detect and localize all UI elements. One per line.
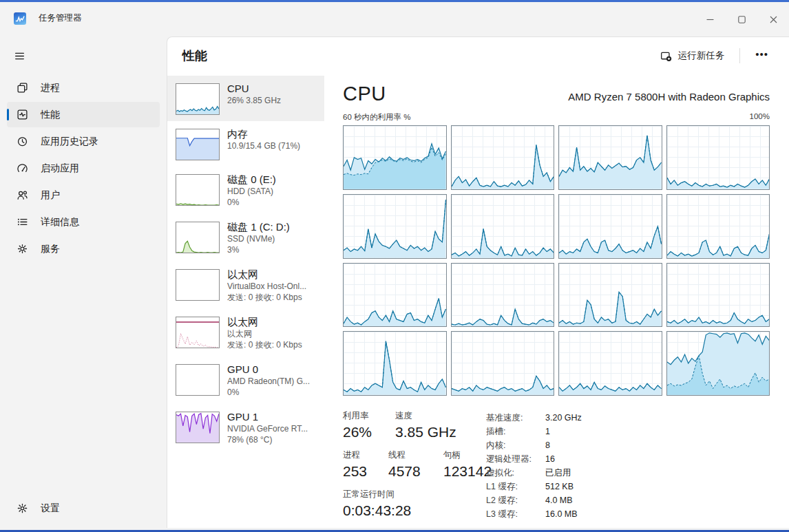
close-button[interactable] xyxy=(757,4,789,34)
perf-item-line: 10.9/15.4 GB (71%) xyxy=(227,140,300,151)
cpu-core-graph xyxy=(451,331,555,396)
gpu1-mini-chart xyxy=(176,412,220,443)
disk1-mini-chart xyxy=(176,222,220,253)
stat-label: 线程 xyxy=(388,449,434,461)
cpu-mini-chart xyxy=(176,83,220,115)
titlebar: 任务管理器 xyxy=(0,2,789,34)
cpu-core-graph xyxy=(343,331,447,396)
sidebar-item-startup-apps[interactable]: 启动应用 xyxy=(7,156,160,181)
gpu0-mini-chart xyxy=(176,364,220,396)
cpu-core-graph xyxy=(451,194,555,259)
run-new-task-button[interactable]: 运行新任务 xyxy=(652,45,733,67)
detail-value: 4.0 MB xyxy=(545,493,770,507)
app-icon xyxy=(14,12,26,25)
detail-value: 1 xyxy=(545,425,770,438)
sidebar-item-app-history[interactable]: 应用历史记录 xyxy=(7,129,160,154)
memory-mini-chart xyxy=(176,129,220,160)
perf-item-title: 以太网 xyxy=(227,268,306,281)
cpu-core-graph xyxy=(343,263,447,328)
detail-value: 3.20 GHz xyxy=(545,411,770,425)
sidebar-item-label: 设置 xyxy=(41,502,60,515)
perf-item-disk0[interactable]: 磁盘 0 (E:) HDD (SATA) 0% xyxy=(167,167,324,214)
perf-item-disk1[interactable]: 磁盘 1 (C: D:) SSD (NVMe) 3% xyxy=(167,214,324,262)
perf-item-cpu[interactable]: CPU 26% 3.85 GHz xyxy=(167,76,324,121)
cpu-speed-value: 3.85 GHz xyxy=(395,424,456,440)
detail-label: L2 缓存: xyxy=(486,493,545,507)
ethernet1-mini-chart xyxy=(176,269,220,301)
perf-item-gpu1[interactable]: GPU 1 NVIDIA GeForce RT... 78% (68 °C) xyxy=(167,404,324,451)
perf-item-line: SSD (NVMe) xyxy=(227,233,290,244)
sidebar: 进程 性能 应用历史记录 xyxy=(0,36,167,528)
cpu-core-graph xyxy=(666,263,770,328)
perf-item-line: NVIDIA GeForce RT... xyxy=(227,423,308,434)
cpu-core-graph xyxy=(666,194,770,259)
detail-value: 8 xyxy=(545,438,770,452)
ethernet2-mini-chart xyxy=(176,317,220,348)
perf-item-line: 0% xyxy=(227,387,310,398)
perf-item-title: 内存 xyxy=(227,127,300,140)
detail-value: 512 KB xyxy=(545,480,770,493)
cpu-detail-pane: CPU AMD Ryzen 7 5800H with Radeon Graphi… xyxy=(324,74,789,528)
cpu-core-graph xyxy=(451,125,555,190)
maximize-button[interactable] xyxy=(726,4,757,34)
sidebar-item-performance[interactable]: 性能 xyxy=(7,102,160,127)
cpu-utilization-value: 26% xyxy=(343,424,386,440)
stat-label: 利用率 xyxy=(343,410,386,422)
cpu-stats: 利用率 26% 速度 3.85 GHz 进程 xyxy=(343,410,770,528)
sidebar-item-processes[interactable]: 进程 xyxy=(7,75,160,100)
stat-label: 速度 xyxy=(395,410,456,422)
cpu-core-graph xyxy=(558,125,662,190)
cpu-core-graph xyxy=(666,125,770,190)
content-card: 性能 运行新任务 ••• xyxy=(167,36,789,528)
cpu-core-graph xyxy=(343,125,447,190)
detail-value: 16 xyxy=(545,452,770,466)
perf-item-line: 3% xyxy=(227,244,290,255)
sidebar-item-details[interactable]: 详细信息 xyxy=(7,209,160,235)
perf-item-memory[interactable]: 内存 10.9/15.4 GB (71%) xyxy=(167,121,324,167)
sidebar-item-label: 应用历史记录 xyxy=(41,136,98,148)
perf-item-title: 以太网 xyxy=(227,315,302,328)
perf-item-line: 以太网 xyxy=(227,328,302,339)
cpu-pane-title: CPU xyxy=(343,83,386,105)
processes-icon xyxy=(17,82,28,94)
toolbar-divider xyxy=(739,48,740,63)
perf-item-title: GPU 0 xyxy=(227,363,310,376)
cpu-core-graph xyxy=(558,331,662,396)
perf-item-ethernet1[interactable]: 以太网 VirtualBox Host-Onl... 发送: 0 接收: 0 K… xyxy=(167,262,324,309)
axis-max-label: 100% xyxy=(750,112,770,123)
detail-label: 逻辑处理器: xyxy=(486,452,545,466)
detail-value: 16.0 MB xyxy=(545,507,770,521)
perf-item-ethernet2[interactable]: 以太网 以太网 发送: 0 接收: 0 Kbps xyxy=(167,309,324,357)
sidebar-item-users[interactable]: 用户 xyxy=(7,182,160,208)
perf-item-line: 发送: 0 接收: 0 Kbps xyxy=(227,292,306,303)
detail-label: 内核: xyxy=(486,438,545,452)
sidebar-item-label: 性能 xyxy=(41,109,60,121)
hamburger-menu-button[interactable] xyxy=(6,43,33,68)
perf-item-gpu0[interactable]: GPU 0 AMD Radeon(TM) G... 0% xyxy=(167,357,324,404)
performance-list: CPU 26% 3.85 GHz 内存 10.9/15.4 GB (71%) xyxy=(167,74,324,528)
perf-item-title: GPU 1 xyxy=(227,410,308,423)
page-title: 性能 xyxy=(182,47,207,64)
cpu-core-graph xyxy=(666,331,770,396)
axis-label: 60 秒内的利用率 % xyxy=(343,112,410,123)
page-header: 性能 运行新任务 ••• xyxy=(167,37,789,74)
perf-item-title: CPU xyxy=(227,82,281,95)
uptime-value: 0:03:43:28 xyxy=(343,502,411,519)
sidebar-item-label: 详细信息 xyxy=(41,216,79,228)
detail-label: L1 缓存: xyxy=(486,480,545,493)
more-options-button[interactable]: ••• xyxy=(747,45,777,67)
minimize-button[interactable] xyxy=(694,4,726,34)
run-new-task-label: 运行新任务 xyxy=(678,50,725,62)
services-icon xyxy=(17,243,28,255)
cpu-core-graph xyxy=(451,263,555,328)
users-icon xyxy=(17,189,28,201)
sidebar-item-label: 用户 xyxy=(41,189,60,202)
perf-item-line: AMD Radeon(TM) G... xyxy=(227,376,310,387)
startup-icon xyxy=(17,162,28,174)
details-icon xyxy=(17,216,28,228)
task-manager-window: 任务管理器 进程 xyxy=(0,0,789,532)
sidebar-item-settings[interactable]: 设置 xyxy=(7,496,160,521)
run-new-task-icon xyxy=(660,50,672,62)
sidebar-item-services[interactable]: 服务 xyxy=(7,236,160,262)
detail-label: L3 缓存: xyxy=(486,507,545,521)
